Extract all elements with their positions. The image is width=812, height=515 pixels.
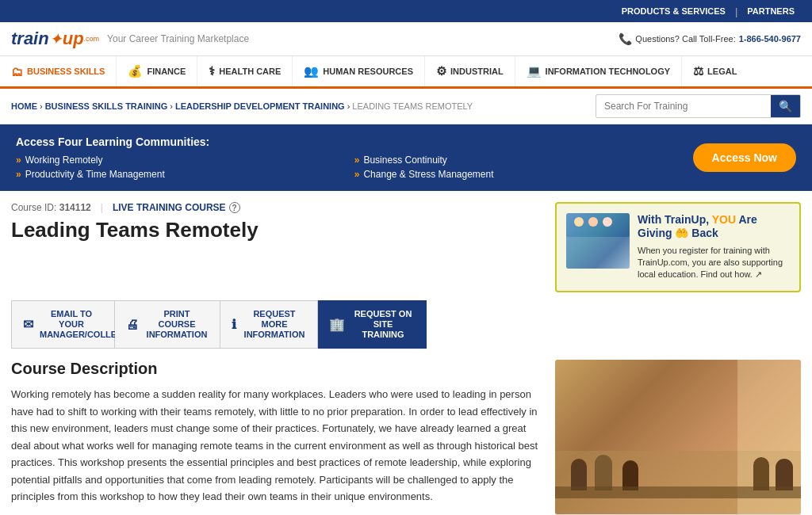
logo-area[interactable]: train ✦ up .com Your Career Training Mar… xyxy=(11,29,249,49)
breadcrumb-sep-1: › xyxy=(40,101,43,111)
print-course-button[interactable]: 🖨 PRINT COURSE INFORMATION xyxy=(115,300,220,349)
search-button[interactable]: 🔍 xyxy=(771,95,800,117)
course-id-value: 314112 xyxy=(59,202,91,213)
promo-box: With TrainUp, YOU Are Giving 🤲 Back When… xyxy=(555,202,801,292)
banner-link-business-continuity[interactable]: » Business Continuity xyxy=(354,154,677,166)
course-title: Leading Teams Remotely xyxy=(11,218,539,242)
promo-heading-part2: Are xyxy=(736,213,757,226)
phone-label: Questions? Call Toll-Free: xyxy=(635,34,735,44)
promo-text: With TrainUp, YOU Are Giving 🤲 Back When… xyxy=(638,213,790,281)
promo-heading-part1: With TrainUp, xyxy=(638,213,712,226)
logo: train ✦ up .com xyxy=(11,29,99,49)
nav-item-human-resources[interactable]: 👥 HUMAN RESOURCES xyxy=(292,56,424,86)
course-id-line: Course ID: 314112 | LIVE TRAINING COURSE… xyxy=(11,202,539,213)
breadcrumb-business-skills[interactable]: BUSINESS SKILLS TRAINING xyxy=(45,101,168,111)
phone-area: 📞 Questions? Call Toll-Free: 1-866-540-9… xyxy=(619,32,801,45)
breadcrumb-leadership[interactable]: LEADERSHIP DEVELOPMENT TRAINING xyxy=(175,101,345,111)
live-training-badge: LIVE TRAINING COURSE ? xyxy=(113,202,240,213)
breadcrumb-sep-3: › xyxy=(347,101,350,111)
print-course-label: PRINT COURSE INFORMATION xyxy=(145,309,209,341)
banner-links-grid: » Working Remotely » Business Continuity… xyxy=(16,154,677,180)
course-header-area: Course ID: 314112 | LIVE TRAINING COURSE… xyxy=(0,191,812,297)
request-more-label: REQUEST MORE INFORMATION xyxy=(243,309,306,341)
action-buttons-bar: ✉ EMAIL TO YOUR MANAGER/COLLEAGUE 🖨 PRIN… xyxy=(0,297,812,357)
legal-icon: ⚖ xyxy=(693,64,703,78)
course-id-label: Course ID: xyxy=(11,202,56,213)
banner-arrow-4: » xyxy=(354,169,360,180)
industrial-icon: ⚙ xyxy=(436,64,446,78)
banner-link-1-label: Working Remotely xyxy=(25,154,103,166)
logo-up-text: up xyxy=(63,29,84,49)
health-care-icon: ⚕ xyxy=(209,64,215,78)
nav-item-finance[interactable]: 💰 FINANCE xyxy=(116,56,197,86)
request-onsite-label: REQUEST ON SITE TRAINING xyxy=(351,309,415,341)
logo-dot: .com xyxy=(84,35,100,43)
banner-arrow-1: » xyxy=(16,154,21,166)
info-icon: ℹ xyxy=(232,317,236,332)
human-resources-label: HUMAN RESOURCES xyxy=(323,67,413,76)
nav-item-business-skills[interactable]: 🗂 BUSINESS SKILLS xyxy=(0,56,116,89)
logo-tagline: Your Career Training Marketplace xyxy=(107,33,249,44)
promo-image xyxy=(566,213,630,269)
logo-figure-icon: ✦ xyxy=(49,29,63,48)
it-label: INFORMATION TECHNOLOGY xyxy=(546,67,670,76)
breadcrumb-search-bar: HOME › BUSINESS SKILLS TRAINING › LEADER… xyxy=(0,89,812,124)
main-content: Course Description Working remotely has … xyxy=(0,357,812,515)
training-image xyxy=(555,360,801,514)
separator-line: | xyxy=(101,202,103,213)
industrial-label: INDUSTRIAL xyxy=(450,67,504,76)
course-description-text: Working remotely has become a sudden rea… xyxy=(11,386,539,505)
banner-link-3-label: Productivity & Time Management xyxy=(25,169,165,180)
nav-item-legal[interactable]: ⚖ LEGAL xyxy=(681,56,748,86)
products-services-button[interactable]: PRODUCTS & SERVICES xyxy=(612,3,735,19)
banner-content: Access Four Learning Communities: » Work… xyxy=(16,135,677,180)
search-input[interactable] xyxy=(596,96,771,116)
live-label: LIVE TRAINING COURSE xyxy=(113,202,226,213)
finance-icon: 💰 xyxy=(128,64,143,78)
promo-heading-you: YOU xyxy=(712,213,736,226)
business-skills-label: BUSINESS SKILLS xyxy=(27,67,105,76)
banner-title: Access Four Learning Communities: xyxy=(16,135,677,148)
email-icon: ✉ xyxy=(23,317,33,332)
nav-bar: 🗂 BUSINESS SKILLS 💰 FINANCE ⚕ HEALTH CAR… xyxy=(0,56,812,89)
nav-item-information-technology[interactable]: 💻 INFORMATION TECHNOLOGY xyxy=(515,56,681,86)
course-meta: Course ID: 314112 | LIVE TRAINING COURSE… xyxy=(11,202,539,242)
breadcrumb-home[interactable]: HOME xyxy=(11,101,37,111)
banner-link-working-remotely[interactable]: » Working Remotely xyxy=(16,154,339,166)
nav-item-industrial[interactable]: ⚙ INDUSTRIAL xyxy=(424,56,515,86)
breadcrumb-current: LEADING TEAMS REMOTELY xyxy=(352,101,473,111)
breadcrumb: HOME › BUSINESS SKILLS TRAINING › LEADER… xyxy=(11,101,596,111)
help-icon[interactable]: ? xyxy=(229,202,240,213)
banner-arrow-2: » xyxy=(354,154,360,166)
email-manager-label: EMAIL TO YOUR MANAGER/COLLEAGUE xyxy=(40,309,103,341)
legal-label: LEGAL xyxy=(707,67,737,76)
banner-link-productivity[interactable]: » Productivity & Time Management xyxy=(16,169,339,180)
content-right: Upcoming Dates xyxy=(555,360,801,515)
access-now-button[interactable]: Access Now xyxy=(693,143,796,172)
promo-description: When you register for training with Trai… xyxy=(638,245,790,281)
top-bar: PRODUCTS & SERVICES | PARTNERS xyxy=(0,0,812,22)
building-icon: 🏢 xyxy=(329,317,345,332)
nav-item-health-care[interactable]: ⚕ HEALTH CARE xyxy=(197,56,292,86)
print-icon: 🖨 xyxy=(126,318,139,332)
breadcrumb-sep-2: › xyxy=(170,101,173,111)
header: train ✦ up .com Your Career Training Mar… xyxy=(0,22,812,56)
partners-button[interactable]: PARTNERS xyxy=(737,3,804,19)
banner-arrow-3: » xyxy=(16,169,21,180)
health-care-label: HEALTH CARE xyxy=(219,67,281,76)
logo-train-text: train xyxy=(11,29,49,49)
content-left: Course Description Working remotely has … xyxy=(11,360,539,515)
promo-heading-line2: Giving 🤲 Back xyxy=(638,227,718,239)
it-icon: 💻 xyxy=(527,64,542,78)
phone-number[interactable]: 1-866-540-9677 xyxy=(739,34,801,44)
request-more-button[interactable]: ℹ REQUEST MORE INFORMATION xyxy=(220,300,318,349)
finance-label: FINANCE xyxy=(147,67,186,76)
email-manager-button[interactable]: ✉ EMAIL TO YOUR MANAGER/COLLEAGUE xyxy=(11,300,115,349)
request-onsite-button[interactable]: 🏢 REQUEST ON SITE TRAINING xyxy=(318,300,427,349)
search-box: 🔍 xyxy=(596,94,801,118)
promo-heading: With TrainUp, YOU Are Giving 🤲 Back xyxy=(638,213,790,240)
course-id-text: Course ID: 314112 xyxy=(11,202,91,213)
banner-link-change-stress[interactable]: » Change & Stress Management xyxy=(354,169,677,180)
phone-icon: 📞 xyxy=(619,32,632,45)
human-resources-icon: 👥 xyxy=(304,64,319,78)
